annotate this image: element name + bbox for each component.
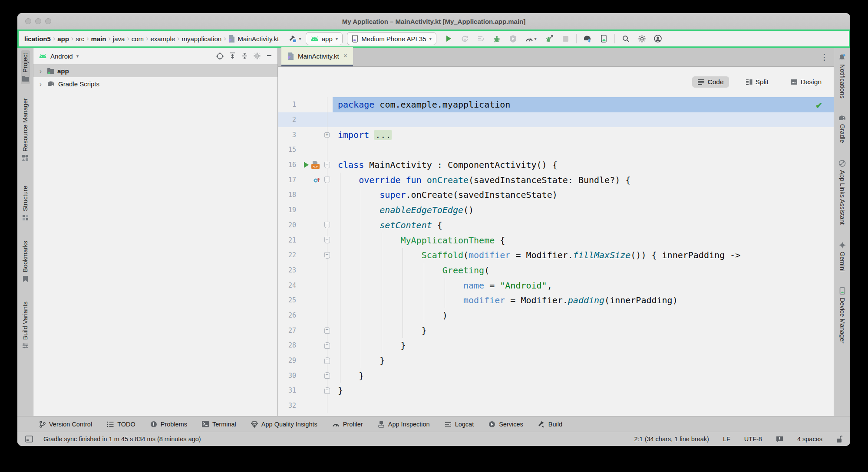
fold-marker[interactable]: [324, 252, 330, 259]
settings-button[interactable]: [637, 33, 647, 44]
apply-changes-button[interactable]: A: [459, 33, 470, 44]
fold-marker[interactable]: [324, 387, 330, 394]
code-text[interactable]: name = "Android",: [333, 278, 834, 293]
close-tab-icon[interactable]: ×: [343, 52, 347, 60]
mode-split-button[interactable]: Split: [740, 76, 774, 88]
run-button[interactable]: [443, 33, 454, 44]
code-text[interactable]: import ...: [333, 127, 834, 142]
profiler-button[interactable]: ▾: [524, 33, 538, 44]
tree-item-gradle-scripts[interactable]: ›Gradle Scripts: [33, 77, 277, 90]
tab-options-kebab-icon[interactable]: ⋮: [820, 52, 828, 62]
mode-design-button[interactable]: Design: [785, 76, 827, 88]
fold-marker[interactable]: [324, 372, 330, 379]
project-view-selector[interactable]: Android: [50, 52, 73, 60]
tree-item-app[interactable]: ›app: [33, 64, 277, 77]
tool-strip-tab-device-manager[interactable]: Device Manager: [838, 285, 847, 346]
tool-window-button-services[interactable]: Services: [488, 421, 523, 428]
code-text[interactable]: enableEdgeToEdge(): [333, 203, 834, 218]
apply-code-changes-button[interactable]: [475, 33, 486, 44]
override-icon[interactable]: [313, 176, 320, 184]
code-text[interactable]: }: [333, 368, 834, 383]
gradle-sync-button[interactable]: [582, 33, 593, 44]
code-text[interactable]: [333, 398, 834, 413]
encoding-widget[interactable]: UTF-8: [744, 436, 762, 442]
tool-strip-tab-gradle[interactable]: Gradle: [837, 112, 847, 146]
code-text[interactable]: class MainActivity : ComponentActivity()…: [333, 157, 834, 173]
code-text[interactable]: [333, 112, 834, 128]
breadcrumb-item[interactable]: lication5: [23, 35, 52, 43]
code-line-16[interactable]: 16<>class MainActivity : ComponentActivi…: [278, 157, 834, 173]
tool-strip-tab-resource-manager[interactable]: Resource Manager: [21, 95, 30, 164]
fold-marker[interactable]: [324, 327, 330, 334]
code-text[interactable]: modifier = Modifier.padding(innerPadding…: [333, 293, 834, 308]
tool-window-button-problems[interactable]: Problems: [150, 421, 187, 428]
code-line-15[interactable]: 15: [278, 142, 834, 157]
tool-strip-tab-build-variants[interactable]: Build Variants: [21, 299, 30, 351]
breadcrumb-item[interactable]: com: [130, 35, 145, 43]
running-devices-button[interactable]: [598, 33, 609, 44]
code-text[interactable]: }: [333, 383, 834, 398]
tool-window-button-todo[interactable]: TODO: [107, 421, 135, 428]
code-text[interactable]: MyApplicationTheme {: [333, 233, 834, 248]
device-select[interactable]: Medium Phone API 35 ▾: [347, 32, 436, 45]
code-line-1[interactable]: 1package com.example.myapplication: [278, 97, 834, 112]
code-line-32[interactable]: 32: [278, 398, 834, 413]
tool-strip-tab-bookmarks[interactable]: Bookmarks: [21, 238, 30, 285]
locate-file-icon[interactable]: [216, 52, 224, 60]
unlocked-icon[interactable]: [836, 436, 842, 443]
tool-window-button-logcat[interactable]: Logcat: [445, 421, 474, 428]
tool-window-button-version-control[interactable]: Version Control: [39, 421, 92, 428]
mode-code-button[interactable]: Code: [692, 76, 729, 88]
tool-strip-tab-structure[interactable]: Structure: [21, 183, 30, 223]
code-text[interactable]: ): [333, 308, 834, 323]
tool-window-button-build[interactable]: Build: [538, 421, 562, 428]
breadcrumb-item[interactable]: java: [112, 35, 126, 43]
breadcrumb-item[interactable]: app: [56, 35, 70, 43]
compose-preview-icon[interactable]: <>: [311, 161, 320, 169]
breadcrumb-item[interactable]: src: [74, 35, 86, 43]
code-text[interactable]: super.onCreate(savedInstanceState): [333, 187, 834, 203]
tool-strip-tab-project[interactable]: Project: [21, 50, 30, 84]
editor-tab-mainactivity[interactable]: MainActivity.kt ×: [281, 47, 353, 66]
account-button[interactable]: [653, 33, 663, 44]
caret-position-widget[interactable]: 2:1 (34 chars, 1 line break): [634, 436, 709, 442]
tool-strip-tab-notifications[interactable]: Notifications: [838, 51, 847, 101]
hide-panel-icon[interactable]: [266, 52, 272, 60]
fold-marker[interactable]: [324, 222, 330, 228]
tool-window-button-app-quality-insights[interactable]: App Quality Insights: [251, 421, 317, 428]
profile-app-button[interactable]: [508, 33, 518, 44]
panel-settings-icon[interactable]: [254, 52, 261, 60]
build-project-button[interactable]: ▾: [289, 35, 301, 43]
line-ending-widget[interactable]: LF: [723, 436, 730, 442]
fold-marker[interactable]: [324, 162, 330, 168]
tool-strip-tab-app-links-assistant[interactable]: App Links Assistant: [838, 157, 847, 227]
inspection-ok-check-icon[interactable]: ✔: [815, 101, 822, 111]
collapse-all-icon[interactable]: [241, 52, 248, 60]
code-line-3[interactable]: 3import ...: [278, 127, 834, 142]
code-text[interactable]: package com.example.myapplication: [333, 97, 834, 112]
code-text[interactable]: Scaffold(modifier = Modifier.fillMaxSize…: [333, 248, 834, 263]
run-icon[interactable]: [303, 161, 310, 168]
code-text[interactable]: setContent {: [333, 218, 834, 233]
fold-marker[interactable]: [324, 177, 330, 183]
tool-window-layout-icon[interactable]: [25, 436, 33, 442]
breadcrumb-item[interactable]: myapplication: [180, 35, 223, 43]
code-line-2[interactable]: 2: [278, 112, 834, 128]
tool-strip-tab-gemini[interactable]: Gemini: [838, 239, 847, 274]
expand-all-icon[interactable]: [229, 52, 236, 60]
tool-window-button-terminal[interactable]: Terminal: [202, 421, 236, 428]
code-text[interactable]: Greeting(: [333, 263, 834, 278]
expand-chevron-icon[interactable]: ›: [40, 67, 44, 75]
editor-body[interactable]: CodeSplitDesign ✔ 1package com.example.m…: [278, 67, 834, 416]
code-line-30[interactable]: 30 }: [278, 368, 834, 383]
breadcrumb-item[interactable]: example: [149, 35, 176, 43]
code-text[interactable]: }: [333, 353, 834, 368]
code-editor[interactable]: 1package com.example.myapplication23impo…: [278, 97, 834, 413]
code-text[interactable]: }: [333, 323, 834, 338]
code-text[interactable]: }: [333, 338, 834, 353]
stop-button[interactable]: [560, 33, 571, 44]
fold-marker[interactable]: [324, 132, 330, 138]
debug-button[interactable]: [492, 33, 502, 44]
expand-chevron-icon[interactable]: ›: [40, 80, 44, 88]
fold-marker[interactable]: [324, 237, 330, 243]
